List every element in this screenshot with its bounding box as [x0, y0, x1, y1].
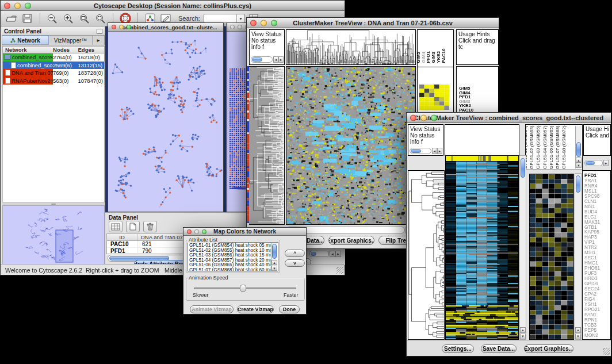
- network-row[interactable]: DNA and Tran 07769(0)183728(0): [3, 69, 104, 77]
- treeview1-titlebar[interactable]: ClusterMaker TreeView : DNA and Tran 07-…: [247, 18, 499, 28]
- scroll-up-icon[interactable]: ▲: [520, 327, 526, 333]
- scroll-down-icon[interactable]: ▼: [520, 334, 526, 339]
- network-overview-canvas[interactable]: [3, 206, 104, 265]
- dialog-titlebar[interactable]: Map Colors to Network: [183, 228, 306, 236]
- scroll-up-icon[interactable]: ▲: [576, 158, 582, 163]
- tv2-save-data-button[interactable]: Save Data...: [481, 344, 517, 353]
- scroll-right-icon[interactable]: ►: [437, 148, 442, 154]
- tv2-settings-button[interactable]: Settings...: [442, 344, 474, 353]
- network-name: combined_scores: [12, 54, 53, 60]
- col-nodes[interactable]: Nodes: [53, 47, 78, 53]
- select-attributes-icon[interactable]: [109, 221, 123, 232]
- scroll-down-icon[interactable]: ▼: [576, 163, 582, 168]
- attribute-list-item[interactable]: GPL51-07 (GSM868) heat shock 60 min: [188, 268, 278, 271]
- scroll-right-icon[interactable]: ►: [335, 251, 341, 257]
- network-name-cell: RNAPuberNov2+I: [3, 77, 53, 85]
- create-vizmap-button[interactable]: Create Vizmap: [237, 305, 274, 313]
- tab-vizmapper[interactable]: VizMapper™: [49, 36, 93, 45]
- open-folder-icon[interactable]: [5, 13, 18, 24]
- close-button[interactable]: [4, 2, 10, 9]
- tv2-heatmap-vscrollbar[interactable]: ▲ ▼: [519, 155, 526, 340]
- col-edges[interactable]: Edges: [78, 47, 104, 53]
- data-panel-right-hscrollbar[interactable]: [309, 251, 329, 257]
- move-down-button[interactable]: v: [285, 259, 305, 267]
- scroll-down-icon[interactable]: ▼: [271, 266, 277, 271]
- done-button[interactable]: Done: [279, 305, 300, 313]
- tv2-hints-hscrollbar[interactable]: [584, 160, 603, 166]
- zoom-window-button[interactable]: [127, 25, 131, 29]
- save-icon[interactable]: [21, 13, 34, 24]
- close-button[interactable]: [187, 229, 192, 234]
- resize-grip[interactable]: [336, 267, 343, 274]
- scroll-right-icon[interactable]: ►: [603, 160, 609, 166]
- tv2-status-hscrollbar[interactable]: [410, 148, 431, 154]
- tv2-gene-list-panel[interactable]: PFD1YRA1RNR4MSL1SPC98CLN1NIS1BUD4ELG1MAK…: [582, 170, 611, 340]
- delete-attribute-icon[interactable]: [143, 221, 157, 232]
- tv2-column-label: GPL51-03 (GSM856): [536, 125, 541, 169]
- tv1-row-dendrogram[interactable]: [249, 66, 285, 225]
- treeview2-titlebar[interactable]: ClusterMaker TreeView : combined_scores_…: [407, 113, 611, 123]
- col-id[interactable]: ID: [107, 234, 137, 240]
- col-network[interactable]: Network: [3, 47, 53, 53]
- tv1-column-labels-panel[interactable]: GIM5GIM4PFD1GIM3YKE2PAC10: [417, 29, 454, 67]
- scroll-left-icon[interactable]: ◄: [273, 56, 278, 63]
- minimize-button[interactable]: [261, 20, 267, 26]
- tv2-labels-vscrollbar[interactable]: ▲ ▼: [575, 126, 582, 168]
- close-button[interactable]: [112, 25, 116, 29]
- scroll-down-icon[interactable]: ▼: [575, 334, 581, 339]
- tv2-global-heatmap[interactable]: [445, 155, 519, 340]
- tab-overflow-button[interactable]: ►: [93, 36, 105, 45]
- new-attribute-icon[interactable]: [126, 221, 140, 232]
- zoom-window-button[interactable]: [431, 114, 437, 121]
- move-up-button[interactable]: ^: [285, 250, 305, 257]
- animate-vizmap-button[interactable]: Animate Vizmap: [190, 305, 234, 313]
- network-view-1-titlebar[interactable]: combined_scores_good.txt--cluste...: [108, 23, 223, 32]
- scroll-left-icon[interactable]: ◄: [330, 251, 335, 257]
- scroll-left-icon[interactable]: ◄: [432, 148, 437, 154]
- float-panel-icon[interactable]: [97, 29, 102, 34]
- scroll-up-icon[interactable]: ▲: [271, 260, 277, 265]
- attribute-list[interactable]: GPL51-01 (GSM854) heat shock 05 minGPL51…: [188, 242, 278, 271]
- minimize-button[interactable]: [119, 25, 124, 29]
- zoom-window-button[interactable]: [271, 20, 277, 26]
- minimize-button[interactable]: [238, 25, 242, 29]
- zoom-window-button[interactable]: [202, 229, 206, 234]
- main-titlebar[interactable]: Cytoscape Desktop (Session Name: collins…: [1, 1, 345, 11]
- tv1-export-graphics-button[interactable]: Export Graphics...: [328, 236, 374, 245]
- close-button[interactable]: [410, 114, 416, 121]
- minimize-button[interactable]: [194, 229, 199, 234]
- network-table-header[interactable]: Network Nodes Edges: [3, 47, 104, 53]
- network-row[interactable]: RNAPuberNov2+I563(0)107847(0): [3, 77, 104, 85]
- tab-network[interactable]: Network: [2, 36, 49, 45]
- tv1-column-dendrogram[interactable]: [286, 29, 416, 65]
- tv2-row-dendrogram[interactable]: [408, 170, 445, 340]
- zoom-selected-icon[interactable]: [94, 13, 107, 24]
- resize-grip[interactable]: [603, 348, 610, 355]
- tv2-column-labels-panel[interactable]: GPL51-01 (GSM854)GPL51-02 (GSM855)GPL51-…: [525, 124, 583, 170]
- zoom-fit-icon[interactable]: [78, 13, 91, 24]
- network-name: combined_sco: [17, 62, 52, 68]
- scroll-up-icon[interactable]: ▲: [575, 327, 581, 333]
- close-button[interactable]: [230, 25, 235, 29]
- tv2-export-graphics-button[interactable]: Export Graphics...: [524, 344, 573, 353]
- network-row[interactable]: combined_sco2569(6)13112(15): [3, 62, 104, 70]
- zoom-window-button[interactable]: [25, 2, 31, 9]
- tv2-zoom-heatmap[interactable]: [529, 174, 574, 340]
- zoom-in-icon[interactable]: [62, 13, 75, 24]
- search-dropdown-arrow[interactable]: ▼: [236, 14, 244, 22]
- network-overview-panel[interactable]: [2, 205, 105, 265]
- close-button[interactable]: [250, 20, 257, 26]
- tv2-gene-vscrollbar[interactable]: ▲ ▼: [575, 173, 582, 340]
- minimize-button[interactable]: [14, 2, 21, 9]
- attribute-list-vscrollbar[interactable]: ▲ ▼: [271, 243, 277, 271]
- network-row[interactable]: combined_scores2764(0)16218(0): [3, 53, 104, 62]
- tv1-heatmap[interactable]: [286, 66, 416, 225]
- minimize-button[interactable]: [420, 114, 427, 121]
- tv1-status-hscrollbar[interactable]: [251, 56, 273, 63]
- animation-speed-slider-thumb[interactable]: [240, 285, 246, 292]
- tv2-column-dendrogram[interactable]: [445, 124, 519, 156]
- search-input[interactable]: ▼: [204, 14, 245, 23]
- scroll-right-icon[interactable]: ►: [278, 56, 284, 63]
- zoom-out-icon[interactable]: [46, 13, 59, 24]
- network-canvas[interactable]: [108, 32, 223, 212]
